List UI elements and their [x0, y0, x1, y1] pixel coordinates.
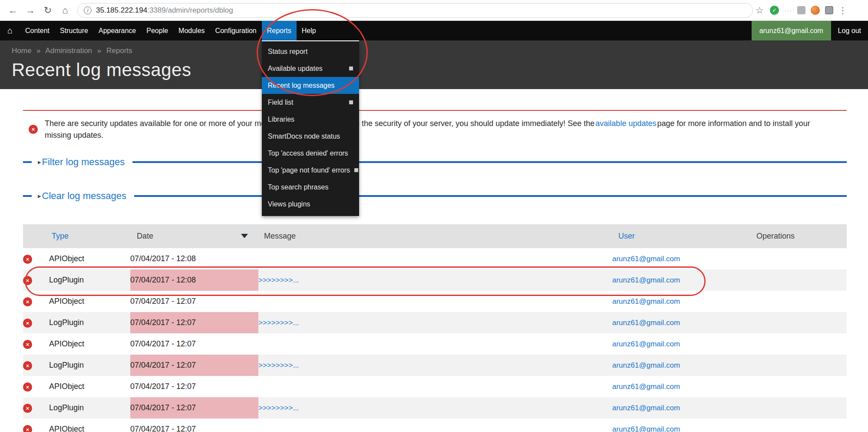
main-content: × There are security updates available f…: [0, 110, 868, 432]
sort-user-link[interactable]: User: [618, 232, 635, 240]
operations-cell: [756, 269, 847, 291]
log-message-link[interactable]: >>>>>>>>...: [258, 319, 299, 327]
dropdown-item-views-plugins[interactable]: Views plugins: [262, 196, 359, 213]
log-date: 07/04/2017 - 12:07: [130, 419, 258, 432]
error-icon: ×: [23, 255, 32, 264]
back-icon[interactable]: ←: [5, 3, 21, 18]
log-type: APIObject: [49, 419, 130, 432]
extension-dots-icon[interactable]: ···: [784, 7, 792, 14]
log-message-link[interactable]: >>>>>>>>...: [258, 361, 299, 369]
update-indicator-icon: [349, 100, 353, 104]
dropdown-item-recent-log-messages[interactable]: Recent log messages: [262, 77, 359, 94]
drupal-home-icon[interactable]: ⌂: [0, 21, 20, 40]
admin-menu: Content Structure Appearance People Modu…: [20, 21, 321, 40]
account-email-badge[interactable]: arunz61@gmail.com: [752, 21, 831, 40]
log-message-link[interactable]: >>>>>>>>...: [258, 276, 299, 284]
menu-item-help[interactable]: Help: [297, 21, 321, 40]
operations-cell: [756, 312, 847, 333]
breadcrumb-administration[interactable]: Administration: [45, 47, 92, 55]
fieldset-rule: [134, 195, 847, 197]
user-link[interactable]: arunz61@gmail.com: [612, 276, 680, 284]
reload-icon[interactable]: ↻: [40, 3, 56, 18]
log-message-link[interactable]: >>>>>>>>...: [258, 404, 299, 412]
url-host: 35.185.222.194: [96, 6, 147, 14]
log-type: LogPlugin: [49, 269, 130, 291]
available-updates-link[interactable]: available updates: [595, 119, 656, 128]
user-link[interactable]: arunz61@gmail.com: [612, 361, 680, 369]
page-info-icon[interactable]: i: [84, 7, 92, 14]
sort-type-link[interactable]: Type: [52, 232, 69, 240]
logout-link[interactable]: Log out: [831, 21, 868, 40]
header-date-sorted[interactable]: Date: [130, 224, 258, 248]
table-row: × LogPlugin 07/04/2017 - 12:07 >>>>>>>>.…: [23, 312, 847, 333]
header-user: User: [612, 224, 756, 248]
url-text: 35.185.222.194:3389/admin/reports/dblog: [96, 6, 233, 15]
extension-icon[interactable]: [797, 6, 805, 14]
bookmark-star-icon[interactable]: ☆: [756, 5, 764, 16]
header-operations: Operations: [756, 224, 847, 248]
menu-item-people[interactable]: People: [141, 21, 173, 40]
header-type: Type: [49, 224, 130, 248]
forward-icon[interactable]: →: [23, 3, 38, 18]
fieldset-rule: [132, 161, 847, 163]
dropdown-item-top-page-not-found[interactable]: Top 'page not found' errors: [262, 162, 359, 179]
menu-item-structure[interactable]: Structure: [55, 21, 93, 40]
log-type: APIObject: [49, 248, 130, 269]
breadcrumb-separator: »: [97, 47, 101, 55]
error-icon: ×: [23, 340, 32, 349]
breadcrumb: Home » Administration » Reports: [12, 47, 868, 55]
extension-check-icon[interactable]: ✓: [770, 6, 779, 15]
breadcrumb-reports[interactable]: Reports: [106, 47, 132, 55]
operations-cell: [756, 355, 847, 376]
user-link[interactable]: arunz61@gmail.com: [612, 382, 680, 391]
user-link[interactable]: arunz61@gmail.com: [612, 297, 680, 306]
operations-cell: [756, 419, 847, 432]
dropdown-item-top-search-phrases[interactable]: Top search phrases: [262, 179, 359, 196]
header-icon-col: [23, 224, 49, 248]
user-link[interactable]: arunz61@gmail.com: [612, 319, 680, 327]
dropdown-item-smartdocs-node-status[interactable]: SmartDocs node status: [262, 128, 359, 145]
log-messages-table: Type Date Message User Operations × APIO…: [23, 224, 847, 432]
log-date: 07/04/2017 - 12:07: [130, 355, 258, 376]
breadcrumb-home[interactable]: Home: [12, 47, 31, 55]
dropdown-item-field-list[interactable]: Field list: [262, 94, 359, 111]
log-date: 07/04/2017 - 12:07: [130, 376, 258, 397]
browser-menu-icon[interactable]: ⋮: [838, 5, 847, 16]
table-row: × APIObject 07/04/2017 - 12:07 arunz61@g…: [23, 419, 847, 432]
address-bar[interactable]: i 35.185.222.194:3389/admin/reports/dblo…: [77, 3, 753, 18]
filter-log-messages-fieldset: ▸ Filter log messages: [23, 156, 847, 168]
user-link[interactable]: arunz61@gmail.com: [612, 255, 680, 263]
collapsed-arrow-icon: ▸: [38, 192, 41, 200]
collapsed-arrow-icon: ▸: [38, 158, 41, 166]
table-header-row: Type Date Message User Operations: [23, 224, 847, 248]
user-link[interactable]: arunz61@gmail.com: [612, 425, 680, 432]
log-date: 07/04/2017 - 12:07: [130, 291, 258, 312]
filter-log-messages-toggle[interactable]: Filter log messages: [42, 156, 125, 168]
user-link[interactable]: arunz61@gmail.com: [612, 404, 680, 412]
update-indicator-icon: [354, 168, 358, 172]
dropdown-item-status-report[interactable]: Status report: [262, 43, 359, 60]
user-link[interactable]: arunz61@gmail.com: [612, 340, 680, 348]
menu-item-appearance[interactable]: Appearance: [93, 21, 141, 40]
log-type: APIObject: [49, 333, 130, 355]
screenshot-extension-icon[interactable]: [825, 6, 833, 14]
admin-toolbar: ⌂ Content Structure Appearance People Mo…: [0, 21, 868, 40]
url-path: /admin/reports/dblog: [166, 6, 233, 14]
menu-item-modules[interactable]: Modules: [173, 21, 210, 40]
profile-avatar-icon[interactable]: [811, 6, 820, 15]
dropdown-item-available-updates[interactable]: Available updates: [262, 60, 359, 77]
url-port: :3389: [147, 6, 166, 14]
operations-cell: [756, 291, 847, 312]
home-icon[interactable]: ⌂: [57, 3, 73, 18]
log-date: 07/04/2017 - 12:07: [130, 397, 258, 419]
clear-log-messages-toggle[interactable]: Clear log messages: [42, 190, 126, 202]
menu-item-content[interactable]: Content: [20, 21, 55, 40]
menu-item-reports[interactable]: Reports Status report Available updates …: [262, 21, 297, 40]
table-row-highlighted: × LogPlugin 07/04/2017 - 12:08 >>>>>>>>.…: [23, 269, 847, 291]
table-row: × APIObject 07/04/2017 - 12:07 arunz61@g…: [23, 333, 847, 355]
table-row: × APIObject 07/04/2017 - 12:08 arunz61@g…: [23, 248, 847, 269]
log-date: 07/04/2017 - 12:07: [130, 333, 258, 355]
menu-item-configuration[interactable]: Configuration: [210, 21, 262, 40]
dropdown-item-top-access-denied[interactable]: Top 'access denied' errors: [262, 145, 359, 162]
dropdown-item-libraries[interactable]: Libraries: [262, 111, 359, 128]
